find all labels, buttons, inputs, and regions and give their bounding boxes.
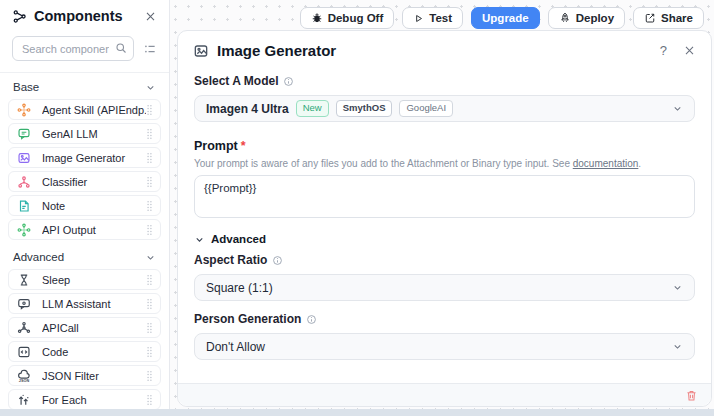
helper-text: Your prompt is aware of any files you ad… [194, 158, 573, 169]
documentation-link[interactable]: documentation [573, 158, 639, 169]
drag-handle-icon[interactable] [146, 370, 153, 382]
rocket-icon [559, 12, 571, 24]
test-label: Test [429, 12, 452, 24]
svg-text:JSON: JSON [19, 378, 30, 382]
drag-handle-icon[interactable] [146, 200, 153, 212]
api-output-icon [17, 223, 31, 237]
delete-component-icon[interactable] [685, 389, 698, 402]
canvas-toolbar: Debug Off Test Upgrade Deploy Share [300, 7, 704, 29]
component-item-sleep[interactable]: Sleep [8, 269, 161, 290]
share-label: Share [661, 12, 693, 24]
aspect-ratio-value: Square (1:1) [206, 281, 273, 295]
llm-assistant-icon [17, 297, 31, 311]
help-button[interactable]: ? [660, 43, 667, 58]
helper-period: . [638, 158, 641, 169]
model-select[interactable]: Imagen 4 Ultra New SmythOS GoogleAI [194, 95, 695, 122]
info-icon[interactable] [306, 314, 317, 325]
info-icon[interactable] [272, 255, 283, 266]
component-item-classifier[interactable]: Classifier [8, 171, 161, 192]
drag-handle-icon[interactable] [146, 152, 153, 164]
advanced-toggle-label: Advanced [211, 233, 266, 245]
component-item-for-each[interactable]: For Each [8, 389, 161, 409]
drag-handle-icon[interactable] [146, 274, 153, 286]
window-bottom-edge [0, 409, 714, 416]
classifier-icon [17, 175, 31, 189]
advanced-items: Sleep LLM Assistant APICall [0, 269, 169, 409]
drag-handle-icon[interactable] [146, 176, 153, 188]
person-generation-value: Don't Allow [206, 340, 265, 354]
person-generation-select[interactable]: Don't Allow [194, 333, 695, 360]
drag-handle-icon[interactable] [146, 104, 153, 116]
share-icon [644, 12, 656, 24]
sidebar-header: Components [0, 0, 169, 31]
sleep-hourglass-icon [17, 273, 31, 287]
upgrade-button[interactable]: Upgrade [471, 7, 540, 29]
badge-googleai: GoogleAI [399, 100, 453, 116]
debug-toggle-button[interactable]: Debug Off [300, 7, 395, 29]
component-item-image-generator[interactable]: Image Generator [8, 147, 161, 168]
component-label: API Output [42, 224, 146, 236]
aspect-ratio-select[interactable]: Square (1:1) [194, 274, 695, 301]
chevron-down-icon [145, 82, 156, 93]
required-asterisk: * [241, 139, 246, 153]
aspect-ratio-label-text: Aspect Ratio [194, 253, 267, 267]
drag-handle-icon[interactable] [146, 298, 153, 310]
drag-handle-icon[interactable] [146, 128, 153, 140]
component-item-code[interactable]: Code [8, 341, 161, 362]
panel-close-icon[interactable] [683, 44, 696, 57]
model-label-text: Select A Model [194, 74, 278, 88]
chevron-down-icon [672, 282, 683, 293]
component-item-note[interactable]: Note [8, 195, 161, 216]
section-header-advanced[interactable]: Advanced [0, 243, 169, 269]
prompt-field-label: Prompt * [194, 139, 695, 153]
agent-skill-icon [17, 103, 31, 117]
aspect-ratio-label: Aspect Ratio [194, 253, 695, 267]
image-generator-icon [17, 151, 31, 165]
component-item-genai-llm[interactable]: GenAI LLM [8, 123, 161, 144]
deploy-label: Deploy [576, 12, 614, 24]
code-icon [17, 345, 31, 359]
search-icon [115, 42, 127, 54]
panel-header: Image Generator ? [178, 31, 711, 66]
list-settings-icon[interactable] [143, 42, 157, 56]
share-button[interactable]: Share [633, 7, 704, 29]
panel-body: Select A Model Imagen 4 Ultra New SmythO… [178, 66, 711, 383]
prompt-label-text: Prompt [194, 139, 238, 153]
person-generation-label-text: Person Generation [194, 312, 301, 326]
advanced-toggle[interactable]: Advanced [194, 233, 695, 245]
sidebar-close-icon[interactable] [144, 10, 157, 23]
component-item-agent-skill[interactable]: Agent Skill (APIEndp... [8, 99, 161, 120]
component-item-apicall[interactable]: APICall [8, 317, 161, 338]
drag-handle-icon[interactable] [146, 224, 153, 236]
drag-handle-icon[interactable] [146, 346, 153, 358]
test-button[interactable]: Test [402, 7, 463, 29]
badge-smythos: SmythOS [336, 100, 393, 116]
component-label: For Each [42, 394, 146, 406]
drag-handle-icon[interactable] [146, 394, 153, 406]
component-label: LLM Assistant [42, 298, 146, 310]
json-filter-icon: JSON [17, 369, 31, 383]
component-item-llm-assistant[interactable]: LLM Assistant [8, 293, 161, 314]
play-icon [413, 13, 424, 24]
info-icon[interactable] [283, 76, 294, 87]
component-label: Agent Skill (APIEndp... [42, 104, 146, 116]
prompt-textarea[interactable]: {{Prompt}} [194, 175, 695, 218]
chevron-down-icon [672, 341, 683, 352]
chevron-down-icon [194, 234, 205, 245]
apicall-icon [17, 321, 31, 335]
component-item-json-filter[interactable]: JSON JSON Filter [8, 365, 161, 386]
component-label: Classifier [42, 176, 146, 188]
badge-new: New [296, 100, 329, 116]
component-label: APICall [42, 322, 146, 334]
sidebar-search-row [0, 31, 169, 73]
deploy-button[interactable]: Deploy [548, 7, 625, 29]
section-header-base[interactable]: Base [0, 73, 169, 99]
component-label: Image Generator [42, 152, 146, 164]
section-label: Base [13, 81, 39, 93]
note-icon [17, 199, 31, 213]
components-nodes-icon [12, 9, 27, 24]
chevron-down-icon [672, 103, 683, 114]
drag-handle-icon[interactable] [146, 322, 153, 334]
image-generator-settings-panel: Image Generator ? Select A Model Imagen … [177, 30, 712, 407]
component-item-api-output[interactable]: API Output [8, 219, 161, 240]
